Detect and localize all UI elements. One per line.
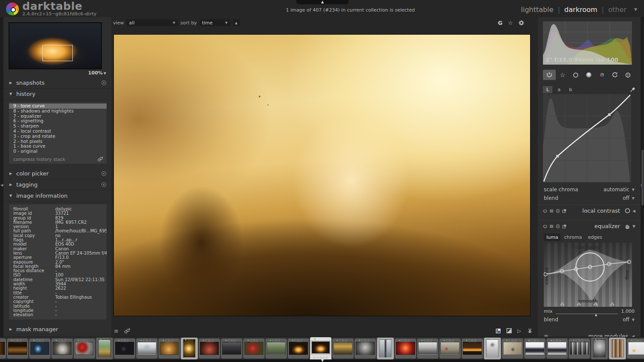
raw-overexposed-icon[interactable] xyxy=(496,329,501,333)
mix-slider-track[interactable]: ▲ xyxy=(556,310,617,314)
thumb-bw-powerlines[interactable]: CR2 xyxy=(417,338,438,359)
section-snapshots[interactable]: ▶ snapshots xyxy=(3,77,111,89)
history-item[interactable]: 3 - crop and rotate xyxy=(9,134,107,139)
view-other[interactable]: other xyxy=(608,6,626,14)
history-item[interactable]: 4 - local contrast xyxy=(9,129,107,134)
presets-icon[interactable] xyxy=(101,80,106,85)
section-history[interactable]: ▼ history xyxy=(3,89,111,100)
group-effects-icon[interactable] xyxy=(622,70,635,80)
navigation-viewport-rect[interactable] xyxy=(42,45,73,61)
group-color-icon[interactable] xyxy=(596,70,608,80)
thumb-edge-partial[interactable]: CR2 xyxy=(0,338,6,359)
equalizer-blend-row[interactable]: blend off ▼ xyxy=(544,317,635,323)
thumb-antenna-tower[interactable]: CR2 xyxy=(377,338,394,359)
thumb-christmas[interactable]: CR2 xyxy=(243,338,265,359)
module-reset-icon[interactable] xyxy=(556,224,560,228)
presets-icon[interactable] xyxy=(101,182,106,187)
thumb-red-valve[interactable]: CR2 xyxy=(74,338,95,359)
module-instance-icon[interactable] xyxy=(562,224,566,228)
tone-curve-blend-row[interactable]: blend off ▼ xyxy=(544,195,635,201)
tone-curve-tab-a[interactable]: a xyxy=(554,86,564,93)
thumb-snowy-tree[interactable]: CR2 xyxy=(136,338,158,359)
thumb-fire-glow-selected[interactable]: CR2☆☆☆☆☆ xyxy=(310,337,331,360)
tone-curve-tab-b[interactable]: b xyxy=(566,86,575,93)
thumb-tea-cups[interactable]: CR2 xyxy=(199,338,220,359)
thumb-camera-lens[interactable]: CR2 xyxy=(114,338,135,359)
view-darkroom[interactable]: darkroom xyxy=(564,6,597,14)
softproof-icon[interactable]: ▷ xyxy=(518,328,521,334)
module-presets-icon[interactable] xyxy=(549,209,554,213)
filmstrip-collapse-tab[interactable]: ▼ xyxy=(316,359,329,362)
navigation-preview[interactable] xyxy=(9,22,102,69)
duplicate-manager-icon[interactable] xyxy=(124,328,130,334)
thumb-camera-row[interactable]: CR2 xyxy=(524,338,546,359)
thumb-dark-scene[interactable]: CR2 xyxy=(221,338,242,359)
thumb-blue-bottle[interactable]: CR2 xyxy=(29,338,51,359)
main-photo[interactable] xyxy=(113,34,531,316)
zoom-level[interactable]: 100%▼ xyxy=(9,69,107,77)
thumb-pine-cones[interactable]: CR2 xyxy=(158,338,180,359)
view-filter-dropdown[interactable]: all ▼ xyxy=(126,19,178,26)
mix-slider[interactable]: mix ▲ 1.000 xyxy=(544,309,635,314)
color-picker-icon[interactable] xyxy=(630,87,635,92)
module-power-icon[interactable] xyxy=(543,209,547,213)
equalizer-graph[interactable]: contrasty smooth coarse fine xyxy=(544,243,632,307)
compress-history-icon[interactable] xyxy=(97,157,103,162)
thumb-martini-glass[interactable]: CR2 xyxy=(484,338,501,359)
module-power-icon[interactable] xyxy=(543,224,547,228)
thumb-stone-statue[interactable]: CR2 xyxy=(591,338,608,359)
view-lighttable[interactable]: lighttable xyxy=(521,6,553,14)
presets-icon[interactable] xyxy=(101,171,106,176)
thumb-plate-dessert[interactable]: CR2 xyxy=(51,338,73,359)
top-panel-collapse-tab[interactable]: ▲ xyxy=(296,0,349,4)
view-dropdown-icon[interactable]: ▼ xyxy=(634,7,637,12)
module-presets-icon[interactable] xyxy=(549,224,554,228)
sort-direction-button[interactable]: ▲ xyxy=(233,19,240,26)
mix-slider-marker[interactable]: ▲ xyxy=(595,313,597,317)
compress-history-button[interactable]: compress history stack xyxy=(13,157,65,162)
blend-mask-icon[interactable] xyxy=(625,208,630,214)
section-color-picker[interactable]: ▶ color picker xyxy=(3,168,111,179)
thumb-santa-figure[interactable]: CR2 xyxy=(439,338,461,359)
histogram[interactable]: 2" f/13.0 84mm iso 100 xyxy=(543,21,635,66)
gear-icon[interactable] xyxy=(519,20,524,26)
overexposed-icon[interactable] xyxy=(507,328,512,333)
group-correction-icon[interactable] xyxy=(608,70,621,80)
scale-chroma-row[interactable]: scale chroma automatic ▼ xyxy=(544,187,635,193)
thumb-red-candle[interactable]: CR2 xyxy=(395,338,416,359)
thumb-camera-row-2[interactable]: CR2 xyxy=(546,338,568,359)
thumb-amber-bottles[interactable]: CR2 xyxy=(7,338,28,359)
thumb-edge-partial-right[interactable]: CR2 xyxy=(627,338,644,359)
group-basic-icon[interactable] xyxy=(569,70,582,80)
history-item[interactable]: 8 - shadows and highlights xyxy=(9,109,107,114)
guide-lines-icon[interactable]: G xyxy=(498,20,503,26)
module-reset-icon[interactable] xyxy=(556,209,560,213)
thumb-forest[interactable]: CR2 xyxy=(609,338,626,359)
equalizer-tab-chroma[interactable]: chroma xyxy=(561,234,584,241)
tone-curve-tab-L[interactable]: L xyxy=(543,86,552,93)
darkroom-canvas[interactable] xyxy=(111,27,538,325)
thumb-bw-bottles[interactable]: CR2 xyxy=(569,338,590,359)
sort-dropdown[interactable]: time ▼ xyxy=(200,19,230,26)
module-instance-icon[interactable] xyxy=(562,209,566,213)
tone-curve-graph[interactable] xyxy=(543,94,635,184)
thumb-fire-glow[interactable]: CR2 xyxy=(288,338,309,359)
section-mask-manager[interactable]: ▶ mask manager xyxy=(3,324,111,335)
favorite-star-icon[interactable]: ☆ xyxy=(508,20,513,26)
equalizer-tab-luma[interactable]: luma xyxy=(544,234,561,241)
thumb-sunset[interactable]: CR2 xyxy=(462,338,483,359)
gamut-check-icon[interactable] xyxy=(527,328,533,333)
thumb-metal-figure[interactable]: CR2 xyxy=(355,338,376,359)
history-item[interactable]: 0 - original xyxy=(9,149,107,154)
right-panel-scrollbar[interactable] xyxy=(641,150,644,205)
group-favorites-icon[interactable]: ☆ xyxy=(556,70,569,80)
module-local-contrast[interactable]: local contrast ◀ xyxy=(538,205,641,217)
thumb-garden-figure[interactable]: CR2 xyxy=(265,338,287,359)
thumb-star-light[interactable]: CR2 xyxy=(181,338,198,359)
more-modules-row[interactable]: ≡ more modules ◀ xyxy=(538,329,641,337)
module-equalizer[interactable]: equalizer ▼ xyxy=(538,220,641,232)
filmstrip-menu-icon[interactable]: ≡ xyxy=(114,328,119,334)
thumb-rail-signal[interactable]: CR2 xyxy=(96,338,113,359)
hamburger-icon[interactable]: ≡ xyxy=(544,333,549,337)
drawn-mask-hand-icon[interactable] xyxy=(625,223,630,229)
